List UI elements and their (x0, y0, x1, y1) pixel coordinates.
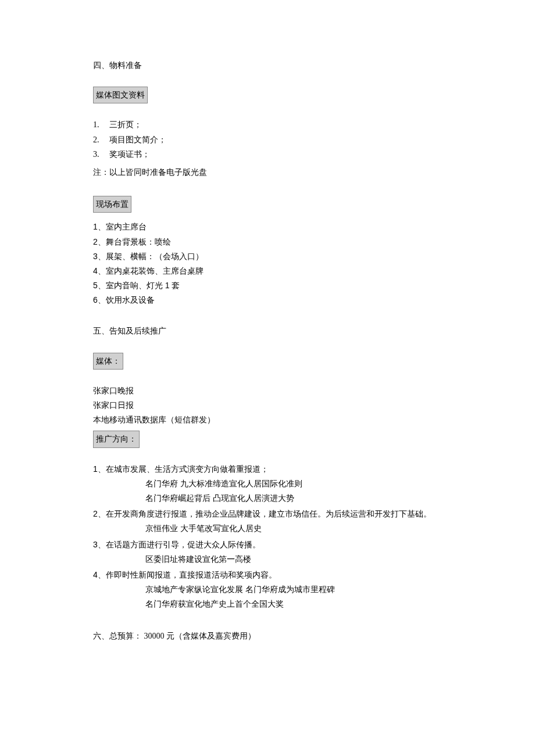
list-item: 5、室内音响、灯光 1 套 (93, 278, 442, 293)
item-number: 3. (93, 147, 109, 162)
list-item: 3.奖项证书； (93, 147, 442, 162)
item-text: 项目图文简介； (109, 135, 166, 144)
list-item: 4、室内桌花装饰、主席台桌牌 (93, 264, 442, 278)
item-number: 1. (93, 117, 109, 132)
section-6-title: 六、总预算： 30000 元（含媒体及嘉宾费用） (93, 629, 442, 643)
list-item: 张家口日报 (93, 398, 442, 413)
promo-head: 4、作即时性新闻报道，直接报道活动和奖项内容。 (93, 568, 442, 582)
section-6: 六、总预算： 30000 元（含媒体及嘉宾费用） (93, 629, 442, 643)
promo-line: 京城地产专家纵论宣化发展 名门华府成为城市里程碑 (93, 582, 442, 597)
item-number: 4 (93, 570, 98, 579)
list-item: 3、展架、横幅：（会场入口） (93, 249, 442, 264)
promo-list: 1、在城市发展、生活方式演变方向做着重报道； 名门华府 九大标准缔造宣化人居国际… (93, 462, 442, 612)
media-materials-label: 媒体图文资料 (93, 87, 148, 103)
item-text: 三折页； (109, 120, 142, 129)
venue-label: 现场布置 (93, 196, 131, 213)
media-channel-list: 张家口晚报 张家口日报 本地移动通讯数据库（短信群发） (93, 384, 442, 428)
section-5: 五、告知及后续推广 媒体： 张家口晚报 张家口日报 本地移动通讯数据库（短信群发… (93, 324, 442, 611)
list-item: 1、室内主席台 (93, 220, 442, 234)
item-number: 1 (93, 464, 98, 474)
list-item: 1.三折页； (93, 117, 442, 132)
promo-line: 名门华府获宣化地产史上首个全国大奖 (93, 597, 442, 611)
item-text: 奖项证书； (109, 150, 150, 159)
item-number: 2 (93, 509, 98, 518)
list-item: 6、饮用水及设备 (93, 293, 442, 307)
item-text: 、作即时性新闻报道，直接报道活动和奖项内容。 (98, 571, 277, 579)
promo-head: 3、在话题方面进行引导，促进大众人际传播。 (93, 538, 442, 552)
promo-line: 区委旧址将建设宣化第一高楼 (93, 552, 442, 567)
promo-item: 3、在话题方面进行引导，促进大众人际传播。 区委旧址将建设宣化第一高楼 (93, 538, 442, 567)
section-4-title: 四、物料准备 (93, 58, 442, 73)
item-text: 、在城市发展、生活方式演变方向做着重报道； (98, 465, 269, 474)
media-channel-label: 媒体： (93, 353, 123, 370)
promo-head: 2、在开发商角度进行报道，推动企业品牌建设，建立市场信任。为后续运营和开发打下基… (93, 507, 442, 521)
promo-direction-label: 推广方向： (93, 431, 140, 447)
list-item: 2、舞台背景板：喷绘 (93, 235, 442, 249)
media-note: 注：以上皆同时准备电子版光盘 (93, 165, 442, 180)
promo-item: 1、在城市发展、生活方式演变方向做着重报道； 名门华府 九大标准缔造宣化人居国际… (93, 462, 442, 506)
section-5-title: 五、告知及后续推广 (93, 324, 442, 338)
promo-line: 京恒伟业 大手笔改写宣化人居史 (93, 521, 442, 536)
promo-head: 1、在城市发展、生活方式演变方向做着重报道； (93, 462, 442, 476)
item-text: 、在开发商角度进行报道，推动企业品牌建设，建立市场信任。为后续运营和开发打下基础… (98, 510, 431, 518)
venue-list: 1、室内主席台 2、舞台背景板：喷绘 3、展架、横幅：（会场入口） 4、室内桌花… (93, 220, 442, 307)
item-number: 2. (93, 132, 109, 147)
promo-item: 4、作即时性新闻报道，直接报道活动和奖项内容。 京城地产专家纵论宣化发展 名门华… (93, 568, 442, 612)
media-materials-list: 1.三折页； 2.项目图文简介； 3.奖项证书； (93, 117, 442, 162)
item-number: 3 (93, 540, 98, 549)
list-item: 2.项目图文简介； (93, 132, 442, 147)
item-text: 、在话题方面进行引导，促进大众人际传播。 (98, 540, 261, 549)
promo-item: 2、在开发商角度进行报道，推动企业品牌建设，建立市场信任。为后续运营和开发打下基… (93, 507, 442, 536)
promo-line: 名门华府崛起背后 凸现宣化人居演进大势 (93, 491, 442, 506)
promo-line: 名门华府 九大标准缔造宣化人居国际化准则 (93, 476, 442, 491)
list-item: 本地移动通讯数据库（短信群发） (93, 413, 442, 427)
list-item: 张家口晚报 (93, 384, 442, 398)
section-4: 四、物料准备 媒体图文资料 1.三折页； 2.项目图文简介； 3.奖项证书； 注… (93, 58, 442, 307)
